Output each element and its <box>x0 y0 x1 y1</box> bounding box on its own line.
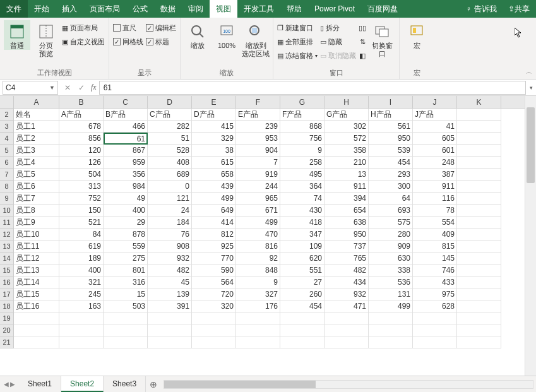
cell[interactable]: 49 <box>104 193 148 205</box>
row-header-18[interactable]: 18 <box>0 300 13 312</box>
cell[interactable] <box>369 336 413 348</box>
cell[interactable]: 471 <box>325 300 369 312</box>
macros-button[interactable]: 宏 <box>403 20 430 50</box>
cell[interactable] <box>104 312 148 324</box>
cell[interactable]: 364 <box>280 181 325 193</box>
cell[interactable]: 员工11 <box>14 241 59 252</box>
cell[interactable]: 116 <box>413 193 457 205</box>
cell[interactable]: 482 <box>148 264 192 276</box>
cell[interactable] <box>457 241 501 252</box>
cell[interactable] <box>59 336 104 348</box>
cell[interactable]: 338 <box>369 264 413 276</box>
row-header-8[interactable]: 8 <box>0 181 13 193</box>
cell[interactable] <box>457 181 501 193</box>
cell[interactable]: 911 <box>413 181 457 193</box>
gridlines-checkbox[interactable]: ✓网格线 <box>113 35 143 48</box>
cell[interactable]: C产品 <box>148 109 192 121</box>
cell[interactable] <box>457 336 501 348</box>
row-header-11[interactable]: 11 <box>0 217 13 229</box>
col-header-A[interactable]: A <box>14 96 59 108</box>
cell[interactable] <box>413 324 457 336</box>
cell[interactable] <box>104 324 148 336</box>
cell[interactable] <box>457 324 501 336</box>
row-header-12[interactable]: 12 <box>0 229 13 241</box>
col-header-F[interactable]: F <box>236 96 280 108</box>
cell[interactable]: 801 <box>104 264 148 276</box>
cell[interactable]: 868 <box>280 121 325 133</box>
cell[interactable]: 815 <box>413 241 457 252</box>
accept-formula-button[interactable]: ✓ <box>74 81 88 95</box>
cell[interactable]: 员工1 <box>14 121 59 133</box>
col-header-D[interactable]: D <box>148 96 192 108</box>
cell[interactable]: 64 <box>369 193 413 205</box>
row-header-13[interactable]: 13 <box>0 241 13 252</box>
cell[interactable] <box>59 312 104 324</box>
cell[interactable]: 619 <box>59 241 104 252</box>
cell[interactable]: 765 <box>325 252 369 264</box>
horizontal-scrollbar[interactable] <box>164 380 533 389</box>
cell[interactable]: 394 <box>325 193 369 205</box>
cell[interactable]: 400 <box>59 264 104 276</box>
cell[interactable]: 564 <box>192 276 236 288</box>
cell[interactable] <box>148 336 192 348</box>
cell[interactable] <box>457 300 501 312</box>
cell[interactable]: 109 <box>280 241 325 252</box>
cell[interactable]: 126 <box>59 157 104 169</box>
cell[interactable]: 430 <box>280 205 325 217</box>
cell[interactable]: 434 <box>325 276 369 288</box>
cell[interactable]: 员工15 <box>14 288 59 300</box>
cell[interactable] <box>148 312 192 324</box>
cell[interactable]: 员工3 <box>14 145 59 157</box>
cell[interactable]: 293 <box>369 169 413 181</box>
cell[interactable]: 770 <box>192 252 236 264</box>
cell[interactable]: 521 <box>59 217 104 229</box>
cell[interactable] <box>280 312 325 324</box>
cell[interactable]: 74 <box>280 193 325 205</box>
formulabar-checkbox[interactable]: ✓编辑栏 <box>146 21 176 34</box>
cell[interactable] <box>104 336 148 348</box>
cell[interactable]: 499 <box>236 217 280 229</box>
cell[interactable]: 575 <box>369 217 413 229</box>
menu-file[interactable]: 文件 <box>0 0 28 18</box>
cell[interactable]: 316 <box>104 276 148 288</box>
custom-views-button[interactable]: ▣自定义视图 <box>62 35 105 48</box>
row-header-3[interactable]: 3 <box>0 121 13 133</box>
cell[interactable]: 员工2 <box>14 133 59 145</box>
cell[interactable]: 313 <box>59 181 104 193</box>
cell[interactable]: 848 <box>236 264 280 276</box>
sheet-tab-3[interactable]: Sheet3 <box>104 376 146 392</box>
page-layout-button[interactable]: ▦页面布局 <box>62 21 105 34</box>
cell[interactable]: 693 <box>369 205 413 217</box>
cell[interactable]: 414 <box>192 217 236 229</box>
cell[interactable]: 280 <box>369 229 413 241</box>
cell[interactable]: 150 <box>59 205 104 217</box>
fx-icon[interactable]: fx <box>88 83 99 92</box>
cell[interactable]: 9 <box>236 276 280 288</box>
cell[interactable]: G产品 <box>325 109 369 121</box>
split-button[interactable]: ▯拆分 <box>320 21 356 34</box>
cell[interactable] <box>236 312 280 324</box>
col-header-C[interactable]: C <box>104 96 148 108</box>
cell[interactable] <box>59 324 104 336</box>
cell[interactable] <box>413 312 457 324</box>
vertical-scrollbar[interactable] <box>525 96 536 376</box>
cell[interactable]: F产品 <box>280 109 325 121</box>
normal-view-button[interactable]: 普通 <box>4 20 30 50</box>
expand-formula-bar[interactable]: ▾ <box>526 85 536 91</box>
cell[interactable]: 932 <box>325 288 369 300</box>
cell[interactable]: 908 <box>148 241 192 252</box>
row-header-5[interactable]: 5 <box>0 145 13 157</box>
sync-scroll-button[interactable]: ⇅ <box>360 35 366 48</box>
cell[interactable] <box>457 264 501 276</box>
cell[interactable]: 391 <box>148 300 192 312</box>
menu-baidu[interactable]: 百度网盘 <box>361 0 404 18</box>
cell[interactable] <box>280 336 325 348</box>
cell[interactable]: 408 <box>148 157 192 169</box>
cell[interactable]: 356 <box>104 169 148 181</box>
pagebreak-preview-button[interactable]: 分页 预览 <box>33 20 59 58</box>
cell[interactable]: 员工7 <box>14 193 59 205</box>
cell[interactable]: 员工6 <box>14 181 59 193</box>
cell[interactable]: 189 <box>59 252 104 264</box>
cell[interactable] <box>192 312 236 324</box>
cell[interactable]: 856 <box>59 133 104 145</box>
